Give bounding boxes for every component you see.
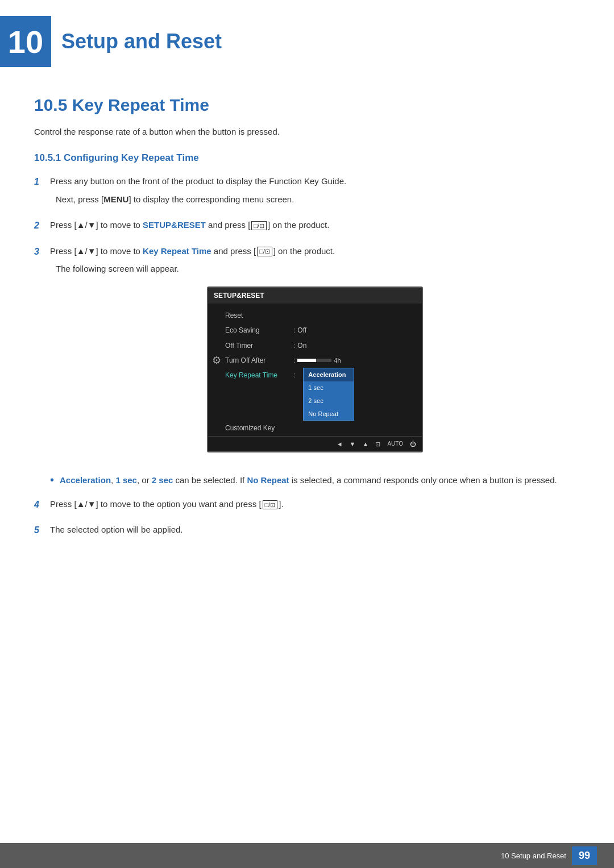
step-2: 2 Press [▲/▼] to move to SETUP&RESET and…	[34, 218, 580, 236]
bullet-list: • Acceleration, 1 sec, or 2 sec can be s…	[50, 473, 580, 488]
step-1: 1 Press any button on the front of the p…	[34, 174, 580, 210]
footer-btn-down: ▼	[350, 439, 356, 450]
step-4-text: Press [▲/▼] to move to the option you wa…	[50, 497, 580, 512]
enter-icon-3: □/⊡	[263, 500, 278, 509]
screen-mockup: SETUP&RESET ⚙ Reset	[207, 286, 423, 453]
section-description: Control the response rate of a button wh…	[34, 125, 580, 139]
footer-btn-auto: AUTO	[387, 439, 403, 448]
enter-icon-2: □/⊡	[257, 247, 272, 256]
screen-header: SETUP&RESET	[208, 288, 422, 304]
dropdown-item-2sec: 2 sec	[304, 394, 354, 408]
bullet-item: • Acceleration, 1 sec, or 2 sec can be s…	[50, 473, 580, 488]
menu-item-customized-key: Customized Key	[225, 421, 422, 435]
step-3-sub: The following screen will appear.	[56, 261, 580, 276]
footer-btn-up: ▲	[363, 439, 369, 450]
menu-item-turn-off-after: Turn Off After : 4h	[225, 353, 422, 368]
step-5-text: The selected option will be applied.	[50, 522, 580, 537]
menu-items: Reset Eco Saving : Off Off	[225, 308, 422, 436]
dropdown-popup: Acceleration 1 sec 2 sec No Repeat	[303, 368, 354, 421]
dropdown-item-1sec: 1 sec	[304, 381, 354, 394]
step-3: 3 Press [▲/▼] to move to Key Repeat Time…	[34, 244, 580, 466]
step-5: 5 The selected option will be applied.	[34, 522, 580, 541]
chapter-header: 10 Setup and Reset	[0, 0, 614, 78]
step-3-text: Press [▲/▼] to move to Key Repeat Time a…	[50, 244, 580, 259]
dropdown-item-acceleration: Acceleration	[304, 368, 354, 381]
enter-icon: □/⊡	[251, 221, 267, 230]
page-number: 99	[572, 846, 597, 865]
footer-btn-power: ⏻	[410, 439, 416, 450]
main-content: 10.5 Key Repeat Time Control the respons…	[0, 95, 614, 594]
step-2-highlight: SETUP&RESET	[143, 220, 206, 230]
screen-mockup-wrapper: SETUP&RESET ⚙ Reset	[50, 286, 580, 453]
progress-bar	[297, 359, 331, 362]
chapter-title: Setup and Reset	[61, 30, 222, 53]
menu-item-off-timer: Off Timer : On	[225, 338, 422, 353]
screen-footer: ◄ ▼ ▲ ⊡ AUTO ⏻	[208, 436, 422, 452]
screen-body: ⚙ Reset Eco Saving :	[208, 304, 422, 436]
step-3-highlight: Key Repeat Time	[143, 246, 211, 256]
footer-btn-enter: ⊡	[375, 439, 380, 450]
footer-btn-back: ◄	[337, 439, 343, 450]
step-2-text: Press [▲/▼] to move to SETUP&RESET and p…	[50, 218, 580, 232]
page-footer: 10 Setup and Reset 99	[0, 843, 614, 868]
subsection-title: 10.5.1 Configuring Key Repeat Time	[34, 152, 580, 164]
dropdown-item-no-repeat: No Repeat	[304, 408, 354, 421]
step-4: 4 Press [▲/▼] to move to the option you …	[34, 497, 580, 515]
menu-item-reset: Reset	[225, 308, 422, 323]
section-title: 10.5 Key Repeat Time	[34, 95, 580, 115]
chapter-number: 10	[0, 16, 51, 67]
steps-list-cont: 4 Press [▲/▼] to move to the option you …	[34, 497, 580, 541]
footer-text: 10 Setup and Reset	[501, 852, 566, 860]
screen-left-icon: ⚙	[208, 308, 225, 436]
steps-list: 1 Press any button on the front of the p…	[34, 174, 580, 465]
step-1-text: Press any button on the front of the pro…	[50, 174, 580, 189]
menu-item-key-repeat-time: Key Repeat Time : Acceleration 1 sec 2 s…	[225, 368, 422, 421]
gear-icon: ⚙	[212, 352, 221, 369]
menu-item-eco-saving: Eco Saving : Off	[225, 323, 422, 338]
bullet-text: Acceleration, 1 sec, or 2 sec can be sel…	[60, 473, 557, 488]
step-1-sub: Next, press [MENU] to display the corres…	[56, 192, 580, 207]
